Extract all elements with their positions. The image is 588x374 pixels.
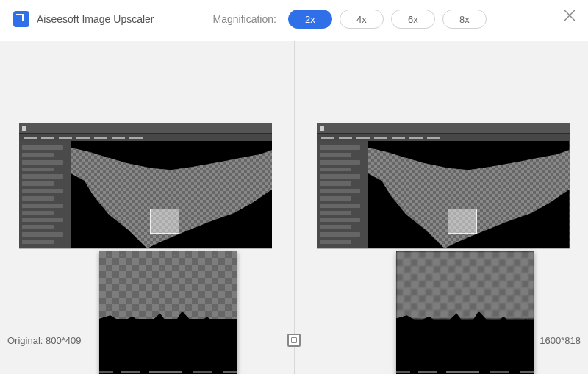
- app-header: Aiseesoft Image Upscaler Magnification: …: [0, 0, 588, 38]
- thumbnail-titlebar: [317, 123, 570, 134]
- upscaled-zoom-preview: [396, 251, 534, 374]
- zoom-selector[interactable]: [448, 209, 477, 234]
- magnification-4x-button[interactable]: 4x: [340, 10, 384, 29]
- magnification-6x-button[interactable]: 6x: [391, 10, 435, 29]
- thumbnail-canvas: [71, 141, 272, 248]
- app-logo-icon: [13, 11, 29, 27]
- thumbnail-sidebar: [19, 141, 71, 248]
- original-thumbnail[interactable]: [19, 123, 272, 248]
- magnification-2x-button[interactable]: 2x: [288, 10, 332, 29]
- thumbnail-titlebar: [19, 123, 272, 134]
- zoom-selector[interactable]: [150, 209, 179, 234]
- original-dimensions-label: Original: 800*409: [7, 335, 81, 346]
- upscaled-dimensions-label: 1600*818: [539, 335, 581, 346]
- app-logo-block: Aiseesoft Image Upscaler: [13, 11, 154, 27]
- thumbnail-sidebar: [317, 141, 368, 248]
- original-zoom-preview: [99, 251, 237, 374]
- thumbnail-menubar: [19, 134, 272, 141]
- upscaled-thumbnail[interactable]: [317, 123, 570, 248]
- magnification-section: Magnification: 2x 4x 6x 8x: [213, 10, 487, 29]
- original-panel: Original: 800*409: [0, 41, 294, 374]
- magnification-buttons: 2x 4x 6x 8x: [288, 10, 487, 29]
- close-icon: [562, 7, 578, 24]
- magnification-label: Magnification:: [213, 13, 276, 25]
- thumbnail-canvas: [368, 141, 570, 248]
- upscaled-panel: 1600*818: [294, 41, 589, 374]
- app-title: Aiseesoft Image Upscaler: [37, 13, 154, 25]
- magnification-8x-button[interactable]: 8x: [442, 10, 487, 29]
- close-button[interactable]: [562, 7, 578, 24]
- compare-toggle-icon[interactable]: [287, 334, 301, 347]
- compare-area: Original: 800*409: [0, 41, 588, 374]
- thumbnail-menubar: [317, 134, 570, 141]
